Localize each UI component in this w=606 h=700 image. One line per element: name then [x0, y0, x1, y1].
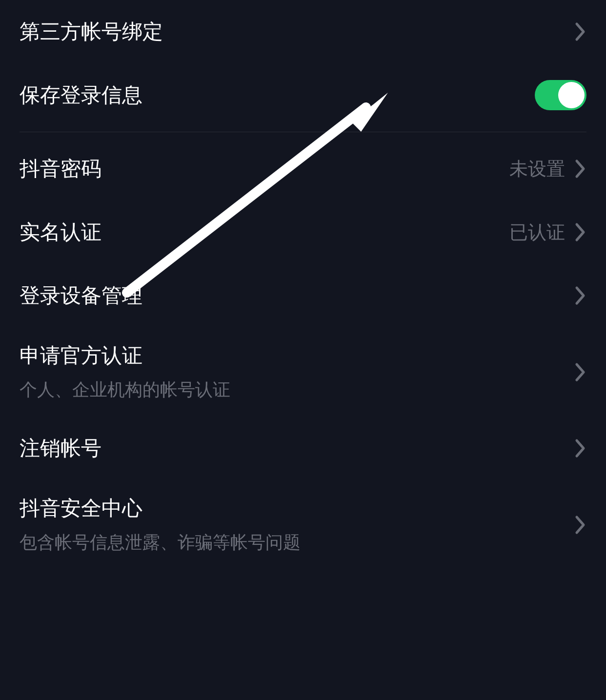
security-center-subtitle: 包含帐号信息泄露、诈骗等帐号问题	[20, 531, 301, 555]
save-login-toggle[interactable]	[535, 80, 586, 110]
real-name-auth-item[interactable]: 实名认证 已认证	[20, 200, 586, 264]
douyin-password-value: 未设置	[509, 157, 565, 181]
toggle-knob	[558, 82, 585, 108]
section-divider	[20, 132, 586, 132]
official-cert-item[interactable]: 申请官方认证 个人、企业机构的帐号认证	[20, 327, 586, 417]
save-login-info-item: 保存登录信息	[20, 63, 586, 127]
delete-account-label: 注销帐号	[20, 435, 101, 462]
settings-list: 第三方帐号绑定 保存登录信息 抖音密码 未设置	[0, 0, 606, 569]
login-devices-item[interactable]: 登录设备管理	[20, 264, 586, 327]
real-name-auth-value: 已认证	[509, 220, 565, 245]
real-name-auth-label: 实名认证	[20, 219, 101, 246]
chevron-right-icon	[575, 22, 586, 41]
third-party-binding-label: 第三方帐号绑定	[20, 18, 163, 45]
chevron-right-icon	[575, 515, 586, 535]
chevron-right-icon	[575, 439, 586, 458]
official-cert-subtitle: 个人、企业机构的帐号认证	[20, 378, 230, 402]
chevron-right-icon	[575, 286, 586, 305]
chevron-right-icon	[575, 159, 586, 179]
save-login-info-label: 保存登录信息	[20, 81, 142, 109]
third-party-binding-item[interactable]: 第三方帐号绑定	[20, 0, 586, 63]
douyin-password-item[interactable]: 抖音密码 未设置	[20, 137, 586, 200]
security-center-item[interactable]: 抖音安全中心 包含帐号信息泄露、诈骗等帐号问题	[20, 480, 586, 569]
login-devices-label: 登录设备管理	[20, 282, 142, 309]
chevron-right-icon	[575, 362, 586, 382]
chevron-right-icon	[575, 222, 586, 242]
douyin-password-label: 抖音密码	[20, 155, 101, 182]
delete-account-item[interactable]: 注销帐号	[20, 417, 586, 480]
official-cert-label: 申请官方认证	[20, 342, 230, 369]
security-center-label: 抖音安全中心	[20, 495, 301, 522]
